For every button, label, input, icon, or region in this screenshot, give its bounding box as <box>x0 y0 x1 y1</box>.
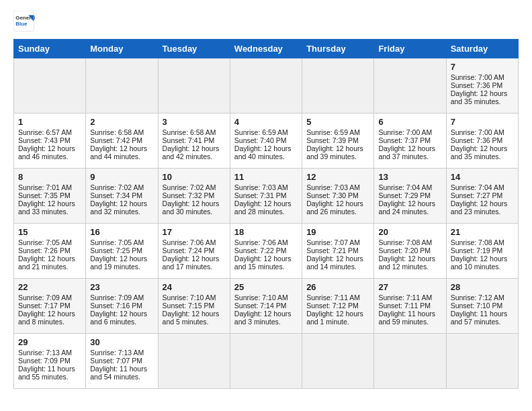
daylight-text: Daylight: 12 hours and 24 minutes. <box>378 199 441 216</box>
sunrise-text: Sunrise: 7:04 AM <box>378 183 441 191</box>
calendar-page: General Blue SundayMondayTuesdayWednesda… <box>0 0 532 397</box>
sunset-text: Sunset: 7:14 PM <box>234 302 298 310</box>
sunset-text: Sunset: 7:20 PM <box>378 246 441 255</box>
sunset-text: Sunset: 7:40 PM <box>234 136 298 144</box>
calendar-cell: 15Sunrise: 7:05 AMSunset: 7:26 PMDayligh… <box>14 224 86 279</box>
sunrise-text: Sunrise: 7:09 AM <box>18 293 81 302</box>
day-number: 8 <box>18 172 81 182</box>
sunrise-text: Sunrise: 6:58 AM <box>90 128 153 136</box>
daylight-text: Daylight: 12 hours and 10 minutes. <box>451 255 514 271</box>
calendar-cell: 2Sunrise: 6:58 AMSunset: 7:42 PMDaylight… <box>86 113 158 169</box>
daylight-text: Daylight: 12 hours and 26 minutes. <box>306 199 369 216</box>
day-number: 15 <box>18 227 81 237</box>
sunrise-text: Sunrise: 6:59 AM <box>234 128 298 136</box>
calendar-cell: 7Sunrise: 7:00 AMSunset: 7:36 PMDaylight… <box>446 113 518 169</box>
sunset-text: Sunset: 7:41 PM <box>163 136 226 144</box>
calendar-cell: 26Sunrise: 7:11 AMSunset: 7:12 PMDayligh… <box>302 279 374 334</box>
calendar-week-3: 15Sunrise: 7:05 AMSunset: 7:26 PMDayligh… <box>14 224 519 279</box>
calendar-cell: 7Sunrise: 7:00 AMSunset: 7:36 PMDaylight… <box>446 58 518 113</box>
day-number: 24 <box>163 282 226 292</box>
col-header-saturday: Saturday <box>446 40 518 58</box>
col-header-wednesday: Wednesday <box>230 40 302 58</box>
day-number: 7 <box>451 117 514 127</box>
sunrise-text: Sunrise: 6:59 AM <box>306 128 369 136</box>
sunrise-text: Sunrise: 7:00 AM <box>451 73 514 81</box>
calendar-cell: 10Sunrise: 7:02 AMSunset: 7:32 PMDayligh… <box>158 169 230 224</box>
calendar-cell: 12Sunrise: 7:03 AMSunset: 7:30 PMDayligh… <box>302 169 374 224</box>
daylight-text: Daylight: 12 hours and 15 minutes. <box>234 255 298 271</box>
day-number: 29 <box>18 337 81 347</box>
col-header-monday: Monday <box>86 40 158 58</box>
day-number: 17 <box>163 227 226 237</box>
daylight-text: Daylight: 12 hours and 3 minutes. <box>234 310 298 326</box>
sunset-text: Sunset: 7:42 PM <box>90 136 153 144</box>
calendar-cell: 6Sunrise: 7:00 AMSunset: 7:37 PMDaylight… <box>374 113 446 169</box>
sunset-text: Sunset: 7:39 PM <box>306 136 369 144</box>
calendar-cell <box>230 334 302 389</box>
sunrise-text: Sunrise: 7:12 AM <box>451 293 514 302</box>
daylight-text: Daylight: 12 hours and 12 minutes. <box>378 255 441 271</box>
daylight-text: Daylight: 12 hours and 17 minutes. <box>163 255 226 271</box>
calendar-cell <box>302 58 374 113</box>
day-number: 7 <box>451 62 514 72</box>
sunset-text: Sunset: 7:21 PM <box>306 246 369 255</box>
daylight-text: Daylight: 12 hours and 21 minutes. <box>18 255 81 271</box>
sunrise-text: Sunrise: 7:11 AM <box>378 293 441 302</box>
sunset-text: Sunset: 7:11 PM <box>378 302 441 310</box>
sunrise-text: Sunrise: 6:57 AM <box>18 128 81 136</box>
calendar-cell: 28Sunrise: 7:12 AMSunset: 7:10 PMDayligh… <box>446 279 518 334</box>
sunset-text: Sunset: 7:26 PM <box>18 246 81 255</box>
day-number: 19 <box>306 227 369 237</box>
sunrise-text: Sunrise: 7:04 AM <box>451 183 514 191</box>
calendar-cell: 1Sunrise: 6:57 AMSunset: 7:43 PMDaylight… <box>14 113 86 169</box>
sunset-text: Sunset: 7:27 PM <box>451 191 514 199</box>
day-number: 13 <box>378 172 441 182</box>
calendar-week-1: 1Sunrise: 6:57 AMSunset: 7:43 PMDaylight… <box>14 113 519 169</box>
sunset-text: Sunset: 7:09 PM <box>18 357 81 365</box>
header-row: SundayMondayTuesdayWednesdayThursdayFrid… <box>14 40 519 58</box>
calendar-cell: 5Sunrise: 6:59 AMSunset: 7:39 PMDaylight… <box>302 113 374 169</box>
day-number: 22 <box>18 282 81 292</box>
logo-icon: General Blue <box>13 11 35 32</box>
day-number: 30 <box>90 337 153 347</box>
col-header-tuesday: Tuesday <box>158 40 230 58</box>
day-number: 2 <box>90 117 153 127</box>
daylight-text: Daylight: 12 hours and 5 minutes. <box>163 310 226 326</box>
svg-text:Blue: Blue <box>15 21 28 27</box>
sunset-text: Sunset: 7:37 PM <box>378 136 441 144</box>
day-number: 20 <box>378 227 441 237</box>
daylight-text: Daylight: 12 hours and 37 minutes. <box>378 144 441 161</box>
sunset-text: Sunset: 7:29 PM <box>378 191 441 199</box>
col-header-thursday: Thursday <box>302 40 374 58</box>
sunrise-text: Sunrise: 7:00 AM <box>378 128 441 136</box>
calendar-cell: 19Sunrise: 7:07 AMSunset: 7:21 PMDayligh… <box>302 224 374 279</box>
calendar-cell: 27Sunrise: 7:11 AMSunset: 7:11 PMDayligh… <box>374 279 446 334</box>
day-number: 1 <box>18 117 81 127</box>
sunrise-text: Sunrise: 7:11 AM <box>306 293 369 302</box>
daylight-text: Daylight: 12 hours and 1 minute. <box>306 310 369 326</box>
calendar-cell: 3Sunrise: 6:58 AMSunset: 7:41 PMDaylight… <box>158 113 230 169</box>
calendar-cell <box>86 58 158 113</box>
sunrise-text: Sunrise: 7:13 AM <box>90 349 153 357</box>
sunset-text: Sunset: 7:24 PM <box>163 246 226 255</box>
day-number: 21 <box>451 227 514 237</box>
col-header-sunday: Sunday <box>14 40 86 58</box>
sunset-text: Sunset: 7:32 PM <box>163 191 226 199</box>
calendar-cell <box>158 58 230 113</box>
sunrise-text: Sunrise: 7:06 AM <box>234 238 298 246</box>
daylight-text: Daylight: 12 hours and 23 minutes. <box>451 199 514 216</box>
day-number: 3 <box>163 117 226 127</box>
daylight-text: Daylight: 12 hours and 33 minutes. <box>18 199 81 216</box>
daylight-text: Daylight: 12 hours and 32 minutes. <box>90 199 153 216</box>
calendar-cell: 9Sunrise: 7:02 AMSunset: 7:34 PMDaylight… <box>86 169 158 224</box>
calendar-cell <box>158 334 230 389</box>
daylight-text: Daylight: 12 hours and 30 minutes. <box>163 199 226 216</box>
sunset-text: Sunset: 7:12 PM <box>306 302 369 310</box>
day-number: 27 <box>378 282 441 292</box>
calendar-cell: 17Sunrise: 7:06 AMSunset: 7:24 PMDayligh… <box>158 224 230 279</box>
calendar-cell: 25Sunrise: 7:10 AMSunset: 7:14 PMDayligh… <box>230 279 302 334</box>
sunrise-text: Sunrise: 7:06 AM <box>163 238 226 246</box>
col-header-friday: Friday <box>374 40 446 58</box>
day-number: 4 <box>234 117 298 127</box>
day-number: 11 <box>234 172 298 182</box>
